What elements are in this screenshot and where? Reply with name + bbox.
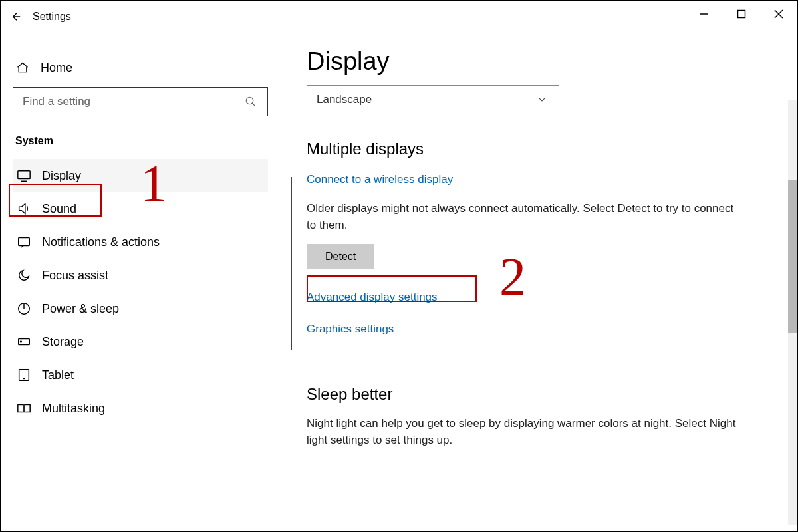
- power-icon: [17, 301, 31, 316]
- sidebar-item-label: Sound: [42, 202, 76, 216]
- sidebar-item-label: Storage: [42, 335, 84, 349]
- close-button[interactable]: [760, 1, 797, 27]
- sidebar-item-power-sleep[interactable]: Power & sleep: [13, 292, 268, 325]
- window-title: Settings: [33, 11, 71, 23]
- svg-rect-1: [738, 11, 745, 18]
- sound-icon: [17, 201, 31, 216]
- svg-rect-16: [25, 405, 30, 412]
- graphics-settings-link[interactable]: Graphics settings: [307, 320, 394, 338]
- sidebar-item-label: Tablet: [42, 368, 74, 382]
- sidebar-item-storage[interactable]: Storage: [13, 325, 268, 358]
- title-bar: Settings: [1, 1, 797, 33]
- content-divider: [291, 177, 292, 350]
- svg-point-4: [246, 97, 253, 104]
- sidebar-item-label: Notifications & actions: [42, 235, 160, 249]
- sidebar: Home Find a setting System Display Sound: [1, 41, 280, 425]
- notifications-icon: [17, 235, 31, 249]
- orientation-value: Landscape: [317, 93, 372, 106]
- sidebar-item-notifications[interactable]: Notifications & actions: [13, 225, 268, 259]
- svg-rect-8: [19, 238, 30, 246]
- back-button[interactable]: [1, 1, 33, 33]
- detect-button[interactable]: Detect: [307, 244, 374, 269]
- sidebar-item-label: Focus assist: [42, 269, 108, 283]
- connect-wireless-link[interactable]: Connect to a wireless display: [307, 170, 453, 189]
- tablet-icon: [17, 368, 31, 382]
- scrollbar-thumb[interactable]: [788, 180, 797, 333]
- detect-help-text: Older displays might not always connect …: [307, 201, 745, 233]
- advanced-display-settings-link[interactable]: Advanced display settings: [307, 288, 438, 307]
- maximize-button[interactable]: [723, 1, 760, 27]
- home-icon: [15, 61, 30, 75]
- sidebar-home[interactable]: Home: [13, 54, 268, 87]
- window-controls: [686, 1, 797, 27]
- svg-rect-15: [18, 405, 23, 412]
- chevron-down-icon: [535, 92, 549, 107]
- svg-point-12: [21, 341, 22, 342]
- multiple-displays-heading: Multiple displays: [307, 140, 781, 158]
- settings-window: Settings Home Find a setting System: [0, 0, 798, 532]
- sleep-better-heading: Sleep better: [307, 385, 781, 404]
- storage-icon: [17, 334, 31, 349]
- sidebar-section-label: System: [15, 135, 268, 147]
- svg-rect-6: [18, 171, 30, 179]
- search-input[interactable]: Find a setting: [13, 87, 268, 116]
- sidebar-item-focus-assist[interactable]: Focus assist: [13, 259, 268, 292]
- sidebar-item-display[interactable]: Display: [13, 159, 268, 192]
- search-icon: [243, 94, 258, 109]
- sidebar-item-multitasking[interactable]: Multitasking: [13, 392, 268, 425]
- focus-assist-icon: [17, 268, 31, 283]
- main-content: Display Landscape Multiple displays Conn…: [307, 47, 781, 531]
- search-placeholder: Find a setting: [23, 95, 90, 108]
- sidebar-item-label: Display: [42, 169, 81, 183]
- page-title: Display: [307, 47, 781, 76]
- sidebar-item-sound[interactable]: Sound: [13, 192, 268, 225]
- sleep-better-text: Night light can help you get to sleep by…: [307, 416, 759, 448]
- minimize-button[interactable]: [686, 1, 723, 27]
- multitasking-icon: [17, 401, 31, 416]
- display-icon: [17, 168, 31, 183]
- sidebar-item-label: Multitasking: [42, 402, 105, 416]
- sidebar-item-tablet[interactable]: Tablet: [13, 358, 268, 392]
- sidebar-home-label: Home: [41, 61, 72, 75]
- orientation-dropdown[interactable]: Landscape: [307, 85, 559, 114]
- sidebar-item-label: Power & sleep: [42, 302, 119, 316]
- svg-line-5: [252, 103, 255, 106]
